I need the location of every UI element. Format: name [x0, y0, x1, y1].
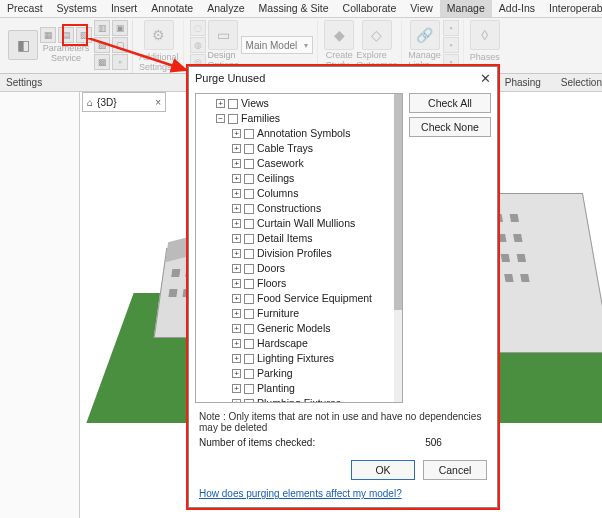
location-button[interactable]: ◌	[190, 20, 206, 36]
expand-icon[interactable]: +	[232, 354, 241, 363]
tree-node[interactable]: −Families	[200, 111, 394, 126]
main-model-combo[interactable]: Main Model	[241, 36, 314, 54]
expand-icon[interactable]: +	[232, 339, 241, 348]
expand-icon[interactable]: +	[232, 399, 241, 402]
tree-node[interactable]: +Lighting Fixtures	[200, 351, 394, 366]
global-params-button[interactable]: ▨	[94, 37, 110, 53]
purge-tree[interactable]: +Views−Families+Annotation Symbols+Cable…	[195, 93, 403, 403]
close-view-icon[interactable]: ×	[155, 97, 161, 108]
expand-icon[interactable]: +	[232, 264, 241, 273]
checkbox[interactable]	[244, 174, 254, 184]
create-study-button[interactable]: ◆	[324, 20, 354, 50]
expand-icon[interactable]: +	[232, 159, 241, 168]
checkbox[interactable]	[244, 264, 254, 274]
checkbox[interactable]	[244, 384, 254, 394]
object-styles-button[interactable]: ▦	[40, 27, 56, 43]
tree-node[interactable]: +Annotation Symbols	[200, 126, 394, 141]
tab-manage[interactable]: Manage	[440, 0, 492, 17]
checkbox[interactable]	[244, 324, 254, 334]
cancel-button[interactable]: Cancel	[423, 460, 487, 480]
tab-analyze[interactable]: Analyze	[200, 0, 251, 17]
tree-node[interactable]: +Ceilings	[200, 171, 394, 186]
expand-icon[interactable]: +	[232, 294, 241, 303]
shared-params-button[interactable]: ▥	[94, 20, 110, 36]
tab-view[interactable]: View	[403, 0, 440, 17]
checkbox[interactable]	[244, 249, 254, 259]
help-link[interactable]: How does purging elements affect my mode…	[189, 484, 497, 507]
checkbox[interactable]	[244, 189, 254, 199]
manage-links-button[interactable]: 🔗	[410, 20, 440, 50]
checkbox[interactable]	[244, 369, 254, 379]
expand-icon[interactable]: +	[232, 219, 241, 228]
checkbox[interactable]	[244, 204, 254, 214]
misc-settings-button[interactable]: ▫	[112, 54, 128, 70]
checkbox[interactable]	[244, 129, 254, 139]
checkbox[interactable]	[244, 399, 254, 403]
checkbox[interactable]	[244, 219, 254, 229]
tab-systems[interactable]: Systems	[50, 0, 104, 17]
checkbox[interactable]	[244, 294, 254, 304]
tree-node[interactable]: +Hardscape	[200, 336, 394, 351]
tree-node[interactable]: +Planting	[200, 381, 394, 396]
coordinates-button[interactable]: ◍	[190, 37, 206, 53]
tree-node[interactable]: +Plumbing Fixtures	[200, 396, 394, 402]
check-all-button[interactable]: Check All	[409, 93, 491, 113]
expand-icon[interactable]: +	[232, 204, 241, 213]
tree-node[interactable]: +Curtain Wall Mullions	[200, 216, 394, 231]
view-tab-3d[interactable]: ⌂ {3D} ×	[82, 92, 166, 112]
checkbox[interactable]	[244, 144, 254, 154]
scrollbar[interactable]	[394, 94, 402, 402]
expand-icon[interactable]: +	[232, 279, 241, 288]
tree-node[interactable]: +Cable Trays	[200, 141, 394, 156]
expand-icon[interactable]: +	[232, 189, 241, 198]
expand-icon[interactable]: +	[232, 174, 241, 183]
tree-node[interactable]: +Food Service Equipment	[200, 291, 394, 306]
decal-types-button[interactable]: ▪	[443, 37, 459, 53]
tree-node[interactable]: +Detail Items	[200, 231, 394, 246]
expand-icon[interactable]: −	[216, 114, 225, 123]
checkbox[interactable]	[228, 114, 238, 124]
checkbox[interactable]	[244, 354, 254, 364]
check-none-button[interactable]: Check None	[409, 117, 491, 137]
manage-images-button[interactable]: ▪	[443, 20, 459, 36]
materials-button[interactable]: ◧	[8, 30, 38, 60]
checkbox[interactable]	[244, 159, 254, 169]
expand-icon[interactable]: +	[232, 144, 241, 153]
tree-node[interactable]: +Parking	[200, 366, 394, 381]
expand-icon[interactable]: +	[232, 324, 241, 333]
tree-node[interactable]: +Division Profiles	[200, 246, 394, 261]
checkbox[interactable]	[228, 99, 238, 109]
tree-node[interactable]: +Furniture	[200, 306, 394, 321]
tree-node[interactable]: +Casework	[200, 156, 394, 171]
checkbox[interactable]	[244, 309, 254, 319]
ok-button[interactable]: OK	[351, 460, 415, 480]
expand-icon[interactable]: +	[216, 99, 225, 108]
checkbox[interactable]	[244, 234, 254, 244]
tab-annotate[interactable]: Annotate	[144, 0, 200, 17]
tab-collaborate[interactable]: Collaborate	[336, 0, 404, 17]
checkbox[interactable]	[244, 339, 254, 349]
phases-button[interactable]: ◊	[470, 20, 500, 50]
expand-icon[interactable]: +	[232, 384, 241, 393]
tree-node[interactable]: +Generic Models	[200, 321, 394, 336]
tree-node[interactable]: +Floors	[200, 276, 394, 291]
transfer-button[interactable]: ▩	[94, 54, 110, 70]
purge-unused-button[interactable]: ▣	[112, 20, 128, 36]
design-options-button[interactable]: ▭	[208, 20, 238, 50]
tree-node[interactable]: +Doors	[200, 261, 394, 276]
tab-addins[interactable]: Add-Ins	[492, 0, 542, 17]
tree-node[interactable]: +Views	[200, 96, 394, 111]
tab-precast[interactable]: Precast	[0, 0, 50, 17]
close-icon[interactable]: ✕	[480, 71, 491, 86]
additional-settings-button[interactable]: ⚙	[144, 20, 174, 50]
tab-massing[interactable]: Massing & Site	[252, 0, 336, 17]
tree-node[interactable]: +Constructions	[200, 201, 394, 216]
expand-icon[interactable]: +	[232, 309, 241, 318]
tab-interop[interactable]: Interoperability Tools	[542, 0, 602, 17]
tab-insert[interactable]: Insert	[104, 0, 144, 17]
checkbox[interactable]	[244, 279, 254, 289]
explore-outcomes-button[interactable]: ◇	[362, 20, 392, 50]
expand-icon[interactable]: +	[232, 234, 241, 243]
expand-icon[interactable]: +	[232, 129, 241, 138]
expand-icon[interactable]: +	[232, 249, 241, 258]
